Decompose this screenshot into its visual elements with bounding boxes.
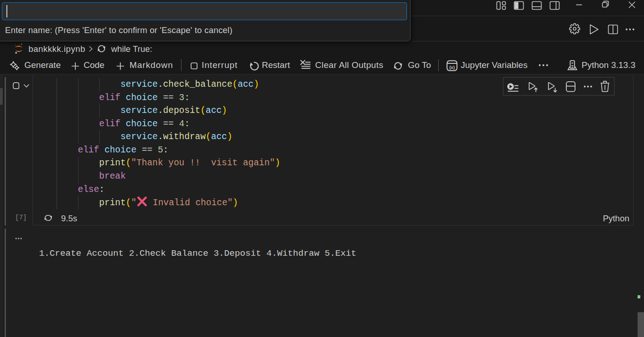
svg-text:(x): (x): [449, 65, 455, 70]
